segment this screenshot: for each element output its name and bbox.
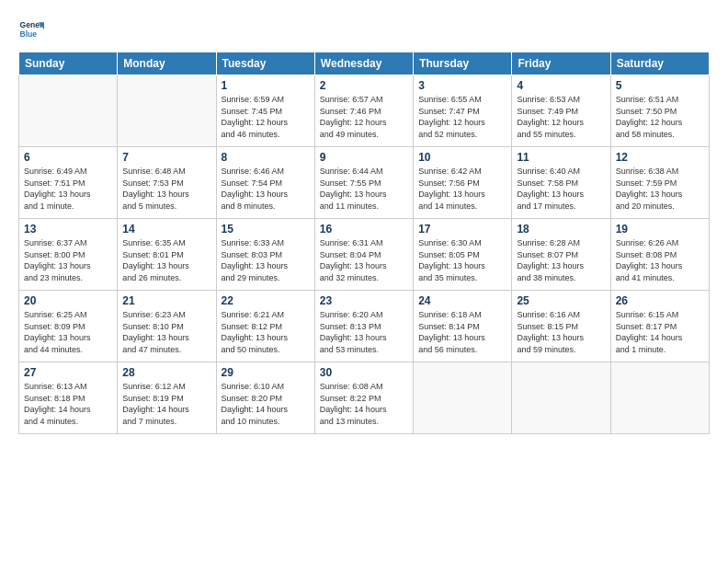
day-number: 9 [320,151,408,164]
page: General Blue SundayMondayTuesdayWednesda… [0,0,728,563]
day-number: 13 [24,223,112,236]
calendar-cell: 16Sunrise: 6:31 AM Sunset: 8:04 PM Dayli… [314,219,413,291]
day-info: Sunrise: 6:20 AM Sunset: 8:13 PM Dayligh… [320,309,408,355]
weekday-header-tuesday: Tuesday [216,52,314,75]
weekday-header-monday: Monday [118,52,216,75]
calendar-cell: 20Sunrise: 6:25 AM Sunset: 8:09 PM Dayli… [19,291,118,362]
calendar-cell: 12Sunrise: 6:38 AM Sunset: 7:59 PM Dayli… [610,147,709,219]
day-info: Sunrise: 6:21 AM Sunset: 8:12 PM Dayligh… [222,309,310,355]
day-info: Sunrise: 6:42 AM Sunset: 7:56 PM Dayligh… [418,166,506,212]
day-number: 18 [517,223,605,236]
day-info: Sunrise: 6:16 AM Sunset: 8:15 PM Dayligh… [517,309,605,355]
calendar-cell: 4Sunrise: 6:53 AM Sunset: 7:49 PM Daylig… [512,75,610,147]
calendar-cell: 5Sunrise: 6:51 AM Sunset: 7:50 PM Daylig… [610,75,709,147]
day-info: Sunrise: 6:18 AM Sunset: 8:14 PM Dayligh… [418,309,506,355]
day-number: 3 [418,79,506,92]
calendar-cell: 24Sunrise: 6:18 AM Sunset: 8:14 PM Dayli… [414,291,512,362]
day-number: 28 [122,366,210,379]
logo-icon: General Blue [18,17,44,42]
week-row-4: 20Sunrise: 6:25 AM Sunset: 8:09 PM Dayli… [19,291,710,362]
day-number: 27 [24,366,112,379]
day-number: 30 [320,366,408,379]
day-number: 1 [222,79,310,92]
calendar-cell [19,75,118,147]
calendar-cell: 3Sunrise: 6:55 AM Sunset: 7:47 PM Daylig… [414,75,512,147]
day-number: 16 [320,223,408,236]
calendar-cell: 17Sunrise: 6:30 AM Sunset: 8:05 PM Dayli… [414,219,512,291]
calendar-cell: 27Sunrise: 6:13 AM Sunset: 8:18 PM Dayli… [19,362,118,434]
weekday-header-friday: Friday [512,52,610,75]
day-info: Sunrise: 6:40 AM Sunset: 7:58 PM Dayligh… [517,166,605,212]
weekday-header-wednesday: Wednesday [314,52,413,75]
calendar-cell: 30Sunrise: 6:08 AM Sunset: 8:22 PM Dayli… [314,362,413,434]
calendar-cell: 15Sunrise: 6:33 AM Sunset: 8:03 PM Dayli… [216,219,314,291]
calendar-cell [118,75,216,147]
day-number: 19 [616,223,704,236]
day-number: 6 [24,151,112,164]
day-number: 29 [222,366,310,379]
week-row-3: 13Sunrise: 6:37 AM Sunset: 8:00 PM Dayli… [19,219,710,291]
day-number: 17 [418,223,506,236]
logo: General Blue [18,17,46,42]
calendar-cell: 6Sunrise: 6:49 AM Sunset: 7:51 PM Daylig… [19,147,118,219]
calendar-cell: 9Sunrise: 6:44 AM Sunset: 7:55 PM Daylig… [314,147,413,219]
calendar-cell: 21Sunrise: 6:23 AM Sunset: 8:10 PM Dayli… [118,291,216,362]
day-info: Sunrise: 6:15 AM Sunset: 8:17 PM Dayligh… [616,309,704,355]
weekday-header-thursday: Thursday [414,52,512,75]
day-info: Sunrise: 6:28 AM Sunset: 8:07 PM Dayligh… [517,237,605,283]
day-info: Sunrise: 6:30 AM Sunset: 8:05 PM Dayligh… [418,237,506,283]
day-info: Sunrise: 6:08 AM Sunset: 8:22 PM Dayligh… [320,381,408,427]
week-row-1: 1Sunrise: 6:59 AM Sunset: 7:45 PM Daylig… [19,75,710,147]
day-info: Sunrise: 6:46 AM Sunset: 7:54 PM Dayligh… [222,166,310,212]
day-info: Sunrise: 6:53 AM Sunset: 7:49 PM Dayligh… [517,94,605,140]
day-number: 8 [222,151,310,164]
svg-text:Blue: Blue [20,29,38,39]
svg-text:General: General [20,20,44,29]
calendar-cell [610,362,709,434]
weekday-header-sunday: Sunday [19,52,118,75]
day-number: 25 [517,294,605,307]
calendar-cell: 2Sunrise: 6:57 AM Sunset: 7:46 PM Daylig… [314,75,413,147]
day-info: Sunrise: 6:51 AM Sunset: 7:50 PM Dayligh… [616,94,704,140]
day-info: Sunrise: 6:33 AM Sunset: 8:03 PM Dayligh… [222,237,310,283]
day-number: 26 [616,294,704,307]
day-number: 24 [418,294,506,307]
day-number: 22 [222,294,310,307]
day-number: 21 [122,294,210,307]
day-number: 15 [222,223,310,236]
day-info: Sunrise: 6:48 AM Sunset: 7:53 PM Dayligh… [122,166,210,212]
calendar-cell: 26Sunrise: 6:15 AM Sunset: 8:17 PM Dayli… [610,291,709,362]
calendar-cell [512,362,610,434]
day-info: Sunrise: 6:10 AM Sunset: 8:20 PM Dayligh… [222,381,310,427]
day-number: 2 [320,79,408,92]
day-number: 14 [122,223,210,236]
day-number: 10 [418,151,506,164]
calendar-cell: 25Sunrise: 6:16 AM Sunset: 8:15 PM Dayli… [512,291,610,362]
calendar-table: SundayMondayTuesdayWednesdayThursdayFrid… [18,52,710,434]
day-info: Sunrise: 6:57 AM Sunset: 7:46 PM Dayligh… [320,94,408,140]
day-info: Sunrise: 6:49 AM Sunset: 7:51 PM Dayligh… [24,166,112,212]
day-number: 7 [122,151,210,164]
week-row-2: 6Sunrise: 6:49 AM Sunset: 7:51 PM Daylig… [19,147,710,219]
calendar-cell: 11Sunrise: 6:40 AM Sunset: 7:58 PM Dayli… [512,147,610,219]
day-number: 4 [517,79,605,92]
day-number: 11 [517,151,605,164]
day-info: Sunrise: 6:25 AM Sunset: 8:09 PM Dayligh… [24,309,112,355]
calendar-cell [414,362,512,434]
day-number: 20 [24,294,112,307]
day-number: 5 [616,79,704,92]
calendar-cell: 1Sunrise: 6:59 AM Sunset: 7:45 PM Daylig… [216,75,314,147]
calendar-cell: 18Sunrise: 6:28 AM Sunset: 8:07 PM Dayli… [512,219,610,291]
day-info: Sunrise: 6:13 AM Sunset: 8:18 PM Dayligh… [24,381,112,427]
calendar-cell: 13Sunrise: 6:37 AM Sunset: 8:00 PM Dayli… [19,219,118,291]
calendar-cell: 19Sunrise: 6:26 AM Sunset: 8:08 PM Dayli… [610,219,709,291]
day-info: Sunrise: 6:44 AM Sunset: 7:55 PM Dayligh… [320,166,408,212]
calendar-cell: 8Sunrise: 6:46 AM Sunset: 7:54 PM Daylig… [216,147,314,219]
day-info: Sunrise: 6:31 AM Sunset: 8:04 PM Dayligh… [320,237,408,283]
calendar-cell: 7Sunrise: 6:48 AM Sunset: 7:53 PM Daylig… [118,147,216,219]
calendar-cell: 10Sunrise: 6:42 AM Sunset: 7:56 PM Dayli… [414,147,512,219]
calendar-cell: 14Sunrise: 6:35 AM Sunset: 8:01 PM Dayli… [118,219,216,291]
day-info: Sunrise: 6:26 AM Sunset: 8:08 PM Dayligh… [616,237,704,283]
weekday-header-row: SundayMondayTuesdayWednesdayThursdayFrid… [19,52,710,75]
day-info: Sunrise: 6:59 AM Sunset: 7:45 PM Dayligh… [222,94,310,140]
